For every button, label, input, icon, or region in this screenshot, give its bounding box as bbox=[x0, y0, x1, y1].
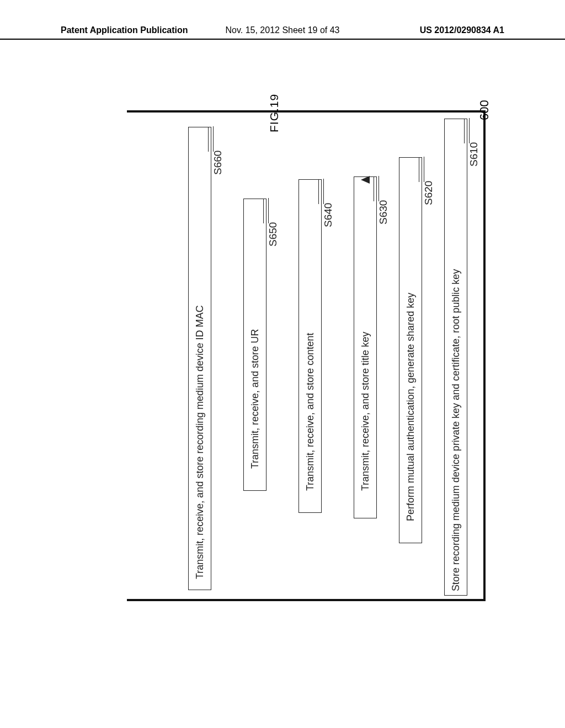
step-s660-leader bbox=[208, 127, 209, 152]
page-header: Patent Application Publication Nov. 15, … bbox=[0, 25, 565, 40]
step-s640-leader-v bbox=[323, 179, 324, 204]
step-s640-leader bbox=[318, 179, 319, 204]
step-s650-text: Transmit, receive, and store UR bbox=[249, 329, 261, 469]
header-left: Patent Application Publication bbox=[61, 25, 188, 35]
step-s630-leader-v bbox=[379, 176, 379, 201]
step-s640-text: Transmit, receive, and store content bbox=[305, 333, 316, 491]
figure-stage: FIG.19 600 Store recording medium device… bbox=[72, 94, 491, 612]
step-s620-id: S620 bbox=[423, 181, 435, 205]
step-s620-text: Perform mutual authentication, generate … bbox=[405, 293, 417, 521]
step-s650-id: S650 bbox=[267, 222, 279, 247]
step-s650-leader bbox=[263, 199, 264, 223]
step-s630-text: Transmit, receive, and store title key bbox=[360, 332, 371, 491]
step-s610-leader bbox=[464, 119, 465, 143]
step-s630-arrow-icon bbox=[361, 176, 370, 184]
step-s660-text: Transmit, receive, and store recording m… bbox=[194, 305, 206, 579]
step-s610-leader-v bbox=[469, 118, 470, 143]
flow-outer-label: 600 bbox=[477, 65, 492, 120]
header-right: US 2012/0290834 A1 bbox=[420, 25, 504, 35]
step-s660-leader-v bbox=[213, 126, 214, 152]
step-s660-id: S660 bbox=[212, 151, 224, 175]
step-s610-text: Store recording medium device private ke… bbox=[450, 269, 462, 591]
step-s630-id: S630 bbox=[377, 200, 390, 224]
step-s610-id: S610 bbox=[468, 142, 480, 167]
step-s620-leader-v bbox=[424, 157, 424, 182]
step-s620-leader bbox=[419, 157, 419, 182]
step-s640-id: S640 bbox=[322, 203, 334, 227]
step-s650-leader-v bbox=[268, 198, 269, 223]
header-center: Nov. 15, 2012 Sheet 19 of 43 bbox=[226, 25, 340, 35]
step-s630-leader bbox=[374, 176, 374, 201]
page: Patent Application Publication Nov. 15, … bbox=[0, 0, 565, 728]
